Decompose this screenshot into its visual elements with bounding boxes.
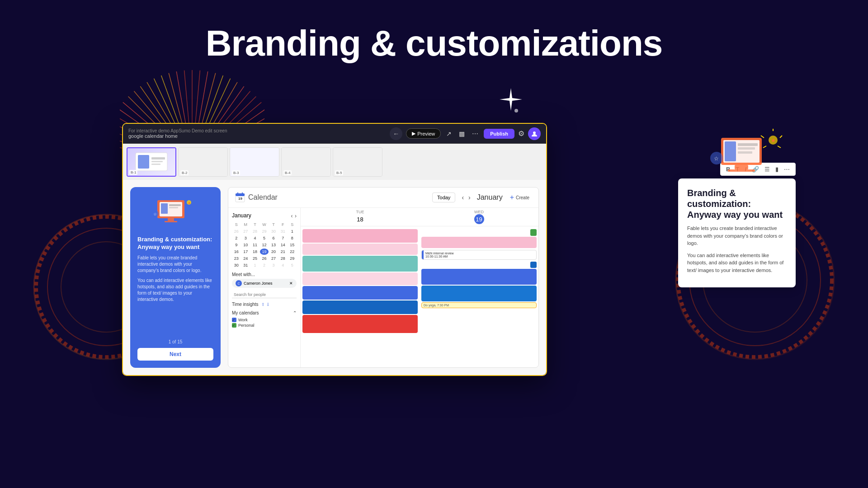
mini-day[interactable]: 24 <box>241 255 250 262</box>
mini-day[interactable]: 6 <box>269 235 278 241</box>
remove-meet-button[interactable]: ✕ <box>289 281 293 286</box>
mini-day[interactable]: 26 <box>260 255 269 262</box>
mini-day[interactable]: 28 <box>278 255 288 262</box>
chart-button[interactable]: ▩ <box>457 128 467 139</box>
mini-day[interactable]: 12 <box>260 242 269 248</box>
mini-day[interactable]: 30 <box>269 228 278 235</box>
mini-day[interactable]: 20 <box>269 249 278 255</box>
publish-button[interactable]: Publish <box>484 129 514 139</box>
preview-button[interactable]: ▶ Preview <box>406 128 441 139</box>
meet-avatar: C <box>236 280 242 286</box>
svg-rect-54 <box>168 218 174 221</box>
mini-day[interactable]: 17 <box>241 249 250 255</box>
meet-with-label: Meet with... <box>232 272 297 277</box>
event-block[interactable] <box>530 229 537 236</box>
more-button[interactable]: ⋯ <box>470 128 480 139</box>
mini-day[interactable]: 11 <box>250 242 259 248</box>
mini-day[interactable]: 3 <box>269 262 278 268</box>
event-block[interactable] <box>302 244 418 255</box>
mini-day[interactable]: 29 <box>288 255 297 262</box>
event-block[interactable] <box>421 269 537 285</box>
svg-text:★: ★ <box>188 201 191 205</box>
event-block[interactable] <box>530 262 537 268</box>
mini-day[interactable]: 25 <box>250 255 259 262</box>
mini-day-today[interactable]: 19 <box>260 249 269 255</box>
svg-rect-71 <box>735 165 748 169</box>
mini-day[interactable]: 7 <box>278 235 288 241</box>
next-button[interactable]: Next <box>137 348 213 361</box>
mini-day[interactable]: 28 <box>250 228 259 235</box>
work-calendar-checkbox[interactable]: ✓ <box>232 318 236 322</box>
event-block[interactable] <box>302 300 418 314</box>
calendar-personal-item[interactable]: ✓ Personal <box>232 323 297 328</box>
mini-day[interactable]: 27 <box>241 228 250 235</box>
mini-day[interactable]: 31 <box>241 262 250 268</box>
calendar-main-view: TUE 18 WED 19 <box>301 208 538 368</box>
next-month-button[interactable]: › <box>467 193 472 202</box>
share-button[interactable]: ↗ <box>444 128 453 139</box>
mini-day[interactable]: 26 <box>232 228 241 235</box>
mini-day[interactable]: 22 <box>288 249 297 255</box>
slide-thumb-3[interactable]: B-3 <box>230 147 279 177</box>
back-button[interactable]: ← <box>390 127 402 140</box>
slide-thumb-2[interactable]: B-2 <box>178 147 228 177</box>
mini-day[interactable]: 5 <box>288 262 297 268</box>
mini-day[interactable]: 21 <box>278 249 288 255</box>
mini-day[interactable]: 13 <box>269 242 278 248</box>
right-panel-para2: You can add interactive elements like ho… <box>687 252 787 274</box>
mini-day[interactable]: 1 <box>250 262 259 268</box>
mini-day[interactable]: 14 <box>278 242 288 248</box>
mini-day[interactable]: 16 <box>232 249 241 255</box>
slides-strip: B-1 B-2 B-3 B-4 B-5 <box>123 144 546 180</box>
svg-rect-48 <box>151 164 160 165</box>
slide-thumb-5[interactable]: B-5 <box>333 147 382 177</box>
mini-day[interactable]: 31 <box>278 228 288 235</box>
mini-calendar-header: January ‹ › <box>232 211 297 220</box>
create-button[interactable]: + Create <box>507 192 532 203</box>
slide-1-label: B-1 <box>129 170 137 175</box>
meet-search-input[interactable] <box>232 291 297 298</box>
internal-review-event[interactable]: M&N internal review 10:30-11:30 AM <box>421 250 537 260</box>
mini-day[interactable]: 2 <box>260 262 269 268</box>
mini-next-button[interactable]: › <box>295 213 297 219</box>
mini-day[interactable]: 3 <box>241 235 250 241</box>
mini-day[interactable]: 29 <box>260 228 269 235</box>
mini-day[interactable]: 2 <box>232 235 241 241</box>
settings-button[interactable]: ⚙ <box>518 129 524 138</box>
mini-day[interactable]: 9 <box>232 242 241 248</box>
mini-day[interactable]: 1 <box>288 228 297 235</box>
mini-day[interactable]: 15 <box>288 242 297 248</box>
mini-day[interactable]: 5 <box>260 235 269 241</box>
event-block[interactable] <box>302 229 418 243</box>
mini-day[interactable]: 8 <box>288 235 297 241</box>
calendar-app-title: Calendar <box>248 193 278 202</box>
event-block[interactable] <box>302 315 418 333</box>
calendar-nav: ‹ › <box>460 193 472 202</box>
mini-prev-button[interactable]: ‹ <box>291 213 293 219</box>
mini-day[interactable]: 4 <box>250 235 259 241</box>
today-button[interactable]: Today <box>432 192 455 202</box>
insights-expand-btn[interactable]: ⇧ ⇩ <box>261 302 270 307</box>
mini-day[interactable]: 10 <box>241 242 250 248</box>
time-insights-label: Time insights ⇧ ⇩ <box>232 302 297 307</box>
slide-thumb-1[interactable]: B-1 <box>127 147 176 177</box>
slide-thumb-4[interactable]: B-4 <box>281 147 331 177</box>
personal-calendar-checkbox[interactable]: ✓ <box>232 323 236 328</box>
svg-text:19: 19 <box>238 197 242 201</box>
event-block[interactable] <box>302 256 418 272</box>
mini-day[interactable]: 30 <box>232 262 241 268</box>
user-avatar[interactable] <box>528 127 541 140</box>
yoga-event[interactable]: Do yoga, 7:30 PM <box>421 302 537 308</box>
mini-day[interactable]: 27 <box>269 255 278 262</box>
event-block[interactable] <box>302 286 418 300</box>
event-block[interactable] <box>421 286 537 301</box>
prev-month-button[interactable]: ‹ <box>460 193 466 202</box>
event-block[interactable] <box>421 237 537 248</box>
mini-day[interactable]: 4 <box>278 262 288 268</box>
event-block[interactable] <box>302 272 418 285</box>
mini-day[interactable]: 23 <box>232 255 241 262</box>
calendars-collapse-btn[interactable]: ⌃ <box>293 310 297 315</box>
calendar-work-item[interactable]: ✓ Work <box>232 317 297 323</box>
mini-day[interactable]: 18 <box>250 249 259 255</box>
browser-actions: ▶ Preview ↗ ▩ ⋯ Publish ⚙ <box>406 127 541 140</box>
